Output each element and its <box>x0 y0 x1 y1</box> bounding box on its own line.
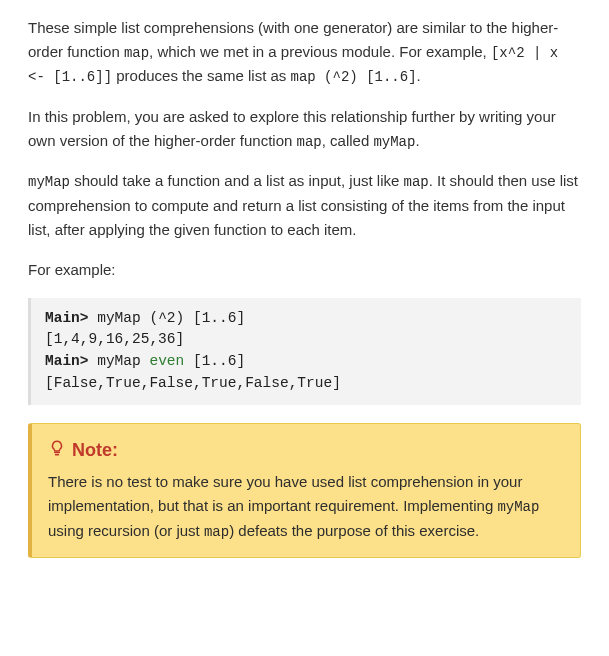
code-example-block: Main> myMap (^2) [1..6] [1,4,9,16,25,36]… <box>28 298 581 405</box>
intro-paragraph-3: myMap should take a function and a list … <box>28 169 581 241</box>
note-heading-text: Note: <box>72 436 118 465</box>
intro-paragraph-1: These simple list comprehensions (with o… <box>28 16 581 89</box>
note-box: Note: There is no test to make sure you … <box>28 423 581 559</box>
note-heading: Note: <box>48 436 564 465</box>
note-body: There is no test to make sure you have u… <box>48 470 564 543</box>
intro-paragraph-2: In this problem, you are asked to explor… <box>28 105 581 153</box>
example-intro: For example: <box>28 258 581 282</box>
bulb-icon <box>48 439 66 460</box>
